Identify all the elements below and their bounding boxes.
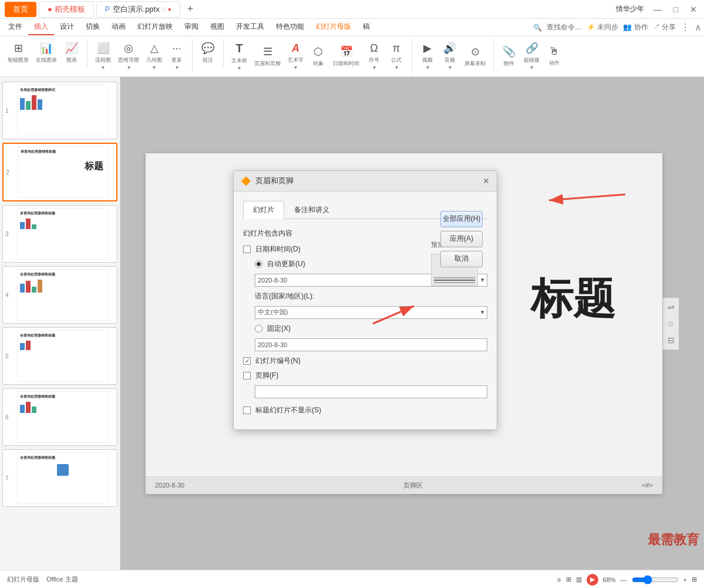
video-btn[interactable]: ▶ 视频 ▾ <box>417 40 438 72</box>
zoom-plus[interactable]: + <box>683 576 687 583</box>
no-title-checkbox[interactable] <box>243 406 251 414</box>
dialog-tab-notes[interactable]: 备注和讲义 <box>284 201 339 219</box>
audio-btn[interactable]: 🔊 音频 ▾ <box>439 40 460 72</box>
auto-update-label: 自动更新(U) <box>267 259 305 269</box>
auto-update-radio[interactable] <box>255 260 262 268</box>
mindmap-btn[interactable]: ◎ 思维导图 ▾ <box>115 40 142 72</box>
ribbon-tab-insert[interactable]: 插入 <box>28 19 54 35</box>
tab-file[interactable]: P 空白演示.pptx □ ● <box>96 1 180 18</box>
collab-icon: 👥 协作 <box>623 22 648 32</box>
smart-shape-btn[interactable]: ⊞ 智能图形 <box>5 40 32 66</box>
view-grid-icon[interactable]: ⊞ <box>692 576 697 583</box>
main-area: 1 布局处理器销售图样式 2 单查询处理器销售标题 标题 <box>0 77 704 570</box>
datetime-icon: 📅 <box>340 45 353 58</box>
attachment-icon: 📎 <box>503 45 516 58</box>
footer-checkbox[interactable] <box>243 372 251 379</box>
wordart-btn[interactable]: A 艺术字 ▾ <box>285 41 306 72</box>
slide-thumb-4[interactable]: 4 全查询处理器销售标题 <box>2 266 117 324</box>
header-footer-dialog: 🔶 页眉和页脚 ✕ 幻灯片 备注和讲义 幻灯片包含内容 <box>233 170 497 430</box>
sync-status: ⚡ 未同步 <box>587 22 618 32</box>
header-footer-btn[interactable]: ☰ 页眉和页脚 <box>251 43 284 69</box>
audio-icon: 🔊 <box>443 42 456 55</box>
comment-btn[interactable]: 💬 批注 <box>197 40 218 66</box>
apply-button[interactable]: 应用(A) <box>440 231 483 247</box>
right-btn-3[interactable]: ⊟ <box>668 335 675 345</box>
right-btn-1[interactable]: ⇌ <box>668 303 675 312</box>
tab-home[interactable]: 首页 <box>5 2 36 17</box>
object-btn[interactable]: ⬡ 对象 <box>308 43 329 69</box>
close-button[interactable]: ✕ <box>688 5 699 14</box>
fixed-input[interactable] <box>255 338 487 351</box>
symbol-icon: Ω <box>370 42 378 55</box>
flowchart-btn[interactable]: ⬜ 流程图 ▾ <box>92 40 114 72</box>
hyperlink-btn[interactable]: 🔗 超链接 ▾ <box>521 40 543 72</box>
apply-all-button[interactable]: 全部应用(H) <box>440 211 483 227</box>
fixed-label: 固定(X) <box>267 324 291 334</box>
slide-thumb-5[interactable]: 5 全查询处理器销售标题 <box>2 327 117 385</box>
slide-thumb-3[interactable]: 3 多查询处理器销售标题 <box>2 205 117 263</box>
chart-btn[interactable]: 📈 图表 <box>61 40 82 66</box>
ribbon-tab-slidemaster[interactable]: 幻灯片母版 <box>310 19 357 35</box>
ribbon-tab-slideshow[interactable]: 幻灯片放映 <box>132 19 178 35</box>
footer-input[interactable] <box>255 385 487 398</box>
zoom-slider[interactable] <box>632 575 679 584</box>
language-row: 语言(国家/地区)(L): <box>243 291 487 301</box>
mindmap-icon: ◎ <box>124 42 133 55</box>
action-btn[interactable]: 🖱 动作 <box>544 43 565 69</box>
cancel-button[interactable]: 取消 <box>440 251 483 267</box>
ribbon-tab-transition[interactable]: 切换 <box>80 19 106 35</box>
formula-btn[interactable]: π 公式 ▾ <box>386 41 407 72</box>
footer-area: 页脚区 <box>403 481 423 490</box>
dialog-close-button[interactable]: ✕ <box>483 176 490 186</box>
add-tab-button[interactable]: + <box>183 3 198 15</box>
no-title-row: 标题幻灯片不显示(S) <box>243 405 487 415</box>
zoom-minus[interactable]: — <box>621 576 627 583</box>
slide-thumb-7[interactable]: 7 全查询处理器销售标题 <box>2 449 117 507</box>
dialog-icon: 🔶 <box>241 176 251 186</box>
formula-icon: π <box>393 42 400 55</box>
date-time-checkbox[interactable] <box>243 246 251 253</box>
maximize-button[interactable]: □ <box>671 5 681 14</box>
ribbon-tab-review[interactable]: 审阅 <box>178 19 204 35</box>
slide-number-label: 幻灯片编号(N) <box>255 356 301 366</box>
language-select[interactable]: 中文(中国) ▾ <box>255 306 487 319</box>
ribbon-tab-animation[interactable]: 动画 <box>106 19 132 35</box>
attachment-btn[interactable]: 📎 附件 <box>498 43 520 69</box>
share-icon: ↗ 分享 <box>653 22 676 32</box>
ribbon-tab-draft[interactable]: 稿 <box>357 19 376 35</box>
ribbon-tab-developer[interactable]: 开发工具 <box>230 19 270 35</box>
view-icon-grid[interactable]: ⊞ <box>566 576 571 583</box>
view-icon-cols[interactable]: ▥ <box>576 576 582 583</box>
datetime-btn[interactable]: 📅 日期和时间 <box>330 43 362 69</box>
slide-thumb-1[interactable]: 1 布局处理器销售图样式 <box>2 82 117 139</box>
dialog-body: 幻灯片 备注和讲义 幻灯片包含内容 日期和时间(D) <box>234 191 497 429</box>
user-name: 情华少年 <box>616 4 644 14</box>
slide-number-checkbox[interactable] <box>243 357 251 365</box>
right-btn-2[interactable]: ☆ <box>667 319 675 328</box>
screen-record-btn[interactable]: ⊙ 屏幕录制 <box>462 43 489 69</box>
online-chart-btn[interactable]: 📊 在线图表 <box>33 40 60 66</box>
no-title-label: 标题幻灯片不显示(S) <box>255 405 321 415</box>
dialog-tab-slide[interactable]: 幻灯片 <box>243 201 284 219</box>
ribbon-tab-special[interactable]: 特色功能 <box>270 19 310 35</box>
fixed-radio[interactable] <box>255 325 262 332</box>
minimize-button[interactable]: — <box>651 5 664 14</box>
more-btn[interactable]: ··· 更多 ▾ <box>166 41 187 72</box>
footer-row: 页脚(F) <box>243 371 487 381</box>
textbox-btn[interactable]: T 文本框 ▾ <box>228 40 250 73</box>
online-chart-icon: 📊 <box>40 42 53 55</box>
view-icon-list[interactable]: ≡ <box>557 576 561 583</box>
slide-panel: 1 布局处理器销售图样式 2 单查询处理器销售标题 标题 <box>0 77 120 570</box>
fixed-input-row <box>243 338 487 351</box>
symbol-btn[interactable]: Ω 符号 ▾ <box>363 41 385 72</box>
ribbon-tab-file[interactable]: 文件 <box>2 19 28 35</box>
tab-template[interactable]: ● 稻壳模板 <box>39 1 94 18</box>
geometry-btn[interactable]: △ 几何图 ▾ <box>143 40 165 72</box>
toolbar: ⊞ 智能图形 📊 在线图表 📈 图表 ⬜ 流程图 ▾ ◎ 思维导图 ▾ △ 几何… <box>0 36 704 77</box>
canvas-area: 标题 2020-8-30 页脚区 <#> 🔶 页眉和页脚 ✕ <box>120 77 704 570</box>
ribbon-tab-design[interactable]: 设计 <box>54 19 80 35</box>
slide-thumb-6[interactable]: 6 全查询处理器销售标题 <box>2 388 117 446</box>
ribbon-tab-view[interactable]: 视图 <box>204 19 230 35</box>
play-button[interactable]: ▶ <box>587 574 598 586</box>
slide-thumb-2[interactable]: 2 单查询处理器销售标题 标题 <box>2 143 117 201</box>
